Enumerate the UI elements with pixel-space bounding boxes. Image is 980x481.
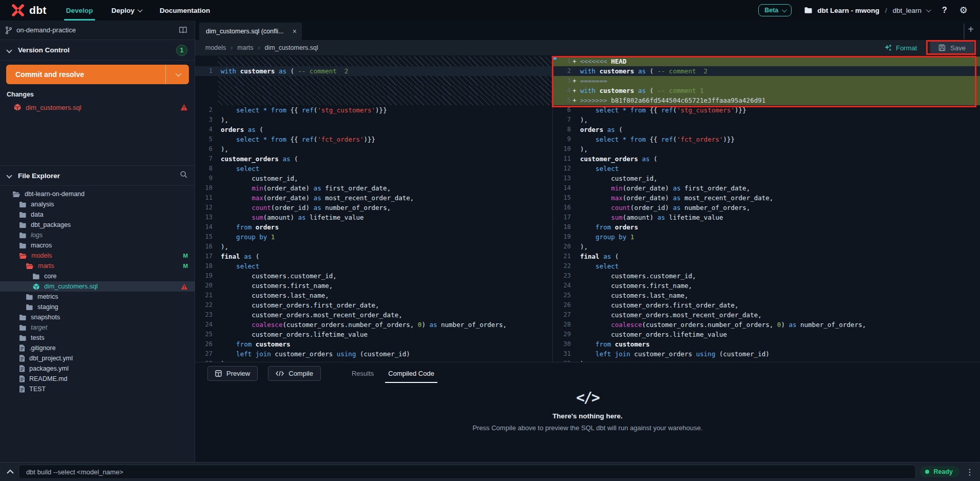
breadcrumb-models[interactable]: models	[205, 44, 226, 51]
search-icon[interactable]	[180, 170, 188, 181]
editor-pane-local[interactable]: 1with customers as ( -- comment 22 selec…	[195, 55, 553, 362]
format-button[interactable]: Format	[885, 44, 917, 52]
tree-item-dbt-project-yml[interactable]: dbt_project.yml	[0, 353, 195, 363]
code-hatch-row[interactable]	[195, 86, 552, 95]
code-line[interactable]: 17 sum(amount) as lifetime_value	[553, 213, 980, 222]
tab-compiled-code[interactable]: Compiled Code	[381, 362, 441, 384]
project-switcher[interactable]: dbt Learn - mwong / dbt_learn	[804, 7, 930, 14]
code-hatch-row[interactable]	[195, 95, 552, 105]
tree-item-dim-customers-sql[interactable]: dim_customers.sql	[0, 281, 195, 292]
code-line[interactable]: 8 select	[195, 164, 552, 174]
commit-options-dropdown[interactable]	[165, 65, 189, 84]
code-hatch-row[interactable]	[195, 76, 552, 86]
code-line[interactable]: 14 min(order_date) as first_order_date,	[553, 183, 980, 193]
code-line[interactable]: 1+<<<<<<< HEAD	[553, 56, 980, 66]
code-line[interactable]: 19 customers.customer_id,	[195, 271, 552, 281]
tree-item-data[interactable]: data	[0, 209, 195, 220]
code-line[interactable]: 5+>>>>>>> b81f802a66fd544504c65721e3ffaa…	[553, 95, 980, 105]
tree-item-readme-md[interactable]: README.md	[0, 374, 195, 384]
command-input[interactable]	[18, 465, 916, 479]
code-line[interactable]: 13 customer_id,	[553, 174, 980, 183]
nav-item-develop[interactable]: Develop	[66, 0, 93, 21]
tree-item-dbt-packages[interactable]: dbt_packages	[0, 220, 195, 230]
code-line[interactable]: 30 from customers	[553, 339, 980, 349]
code-line[interactable]: 8 orders as (	[553, 125, 980, 134]
nav-item-documentation[interactable]: Documentation	[160, 0, 210, 21]
code-line[interactable]: 4orders as (	[195, 125, 552, 134]
code-line[interactable]: 3+=======	[553, 76, 980, 86]
version-control-header[interactable]: Version Control 1	[0, 40, 195, 61]
tree-item-tests[interactable]: tests	[0, 333, 195, 343]
code-line[interactable]: 24 coalesce(customer_orders.number_of_or…	[195, 320, 552, 330]
code-line[interactable]: 6 select * from {{ ref('stg_customers')}…	[553, 105, 980, 115]
beta-dropdown[interactable]: Beta	[758, 4, 792, 16]
tree-item-metrics[interactable]: metrics	[0, 292, 195, 302]
code-line[interactable]: 20 ),	[553, 242, 980, 252]
code-line[interactable]: 15 group by 1	[195, 232, 552, 242]
code-line[interactable]: 23 customer_orders.most_recent_order_dat…	[195, 310, 552, 320]
tree-item--gitignore[interactable]: .gitignore	[0, 343, 195, 353]
code-line[interactable]: 27 customer_orders.most_recent_order_dat…	[553, 310, 980, 320]
tree-item-analysis[interactable]: analysis	[0, 199, 195, 209]
tree-item-test[interactable]: TEST	[0, 384, 195, 394]
code-line[interactable]: 1with customers as ( -- comment 2	[195, 66, 552, 76]
changed-file-row[interactable]: dim_customers.sql	[0, 101, 195, 113]
code-line[interactable]: 18 select	[195, 261, 552, 271]
code-line[interactable]: 24 customers.first_name,	[553, 281, 980, 291]
code-line[interactable]: 11 customer_orders as (	[553, 154, 980, 164]
code-line[interactable]: 9 select * from {{ ref('fct_orders')}}	[553, 134, 980, 144]
code-line[interactable]: 12 select	[553, 164, 980, 174]
tab-close-icon[interactable]: ×	[289, 27, 297, 35]
settings-gear-icon[interactable]: ⚙	[959, 6, 968, 15]
code-line[interactable]: 21 final as (	[553, 252, 980, 261]
code-line[interactable]: 19 group by 1	[553, 232, 980, 242]
tree-item-dbt-learn-on-demand[interactable]: dbt-learn-on-demand	[0, 189, 195, 199]
tree-item-logs[interactable]: logs	[0, 230, 195, 240]
code-line[interactable]: 17final as (	[195, 252, 552, 261]
code-line[interactable]: 27 left join customer_orders using (cust…	[195, 349, 552, 359]
code-line[interactable]: 25 customers.last_name,	[553, 291, 980, 300]
code-line[interactable]: 9 customer_id,	[195, 174, 552, 183]
kebab-menu-icon[interactable]: ⋮	[966, 467, 974, 477]
code-line[interactable]: 2 with customers as ( -- comment 2	[553, 66, 980, 76]
breadcrumb-file[interactable]: dim_customers.sql	[265, 44, 318, 51]
code-line[interactable]: 7 ),	[553, 115, 980, 125]
tree-item-core[interactable]: core	[0, 271, 195, 281]
new-tab-button[interactable]: +	[968, 24, 974, 35]
docs-book-icon[interactable]	[179, 26, 187, 34]
code-line[interactable]: 20 customers.first_name,	[195, 281, 552, 291]
git-branch-row[interactable]: on-demand-practice	[0, 21, 195, 40]
tree-item-snapshots[interactable]: snapshots	[0, 312, 195, 322]
tree-item-macros[interactable]: macros	[0, 240, 195, 251]
code-line[interactable]: 16 count(order_id) as number_of_orders,	[553, 203, 980, 213]
code-line[interactable]: 3),	[195, 115, 552, 125]
code-line[interactable]: 15 max(order_date) as most_recent_order_…	[553, 193, 980, 203]
tab-results[interactable]: Results	[344, 362, 381, 384]
chevron-up-icon[interactable]	[6, 469, 14, 475]
code-line[interactable]: 10 min(order_date) as first_order_date,	[195, 183, 552, 193]
code-line[interactable]: 26 customer_orders.first_order_date,	[553, 300, 980, 310]
code-line[interactable]: 22 select	[553, 261, 980, 271]
dbt-logo[interactable]: dbt	[11, 4, 47, 17]
file-explorer-header[interactable]: File Explorer	[0, 165, 195, 186]
code-line[interactable]: 26 from customers	[195, 339, 552, 349]
code-line[interactable]: 31 left join customer_orders using (cust…	[553, 349, 980, 359]
code-line[interactable]: 14 from orders	[195, 222, 552, 232]
commit-and-resolve-button[interactable]: Commit and resolve	[6, 65, 189, 84]
tree-item-models[interactable]: modelsM	[0, 251, 195, 261]
preview-button[interactable]: Preview	[207, 366, 258, 381]
code-line[interactable]: 21 customers.last_name,	[195, 291, 552, 300]
code-line[interactable]: 28 coalesce(customer_orders.number_of_or…	[553, 320, 980, 330]
code-line[interactable]: 18 from orders	[553, 222, 980, 232]
code-line[interactable]: 12 count(order_id) as number_of_orders,	[195, 203, 552, 213]
code-line[interactable]: 13 sum(amount) as lifetime_value	[195, 213, 552, 222]
code-line[interactable]: 11 max(order_date) as most_recent_order_…	[195, 193, 552, 203]
breadcrumb-marts[interactable]: marts	[237, 44, 253, 51]
help-icon[interactable]: ?	[942, 6, 947, 15]
code-line[interactable]: 4+with customers as ( -- comment 1	[553, 86, 980, 95]
code-line[interactable]: 10 ),	[553, 144, 980, 154]
nav-item-deploy[interactable]: Deploy	[111, 0, 141, 21]
code-line[interactable]: 23 customers.customer_id,	[553, 271, 980, 281]
code-hatch-row[interactable]	[195, 56, 552, 66]
save-button[interactable]: Save	[930, 42, 974, 54]
